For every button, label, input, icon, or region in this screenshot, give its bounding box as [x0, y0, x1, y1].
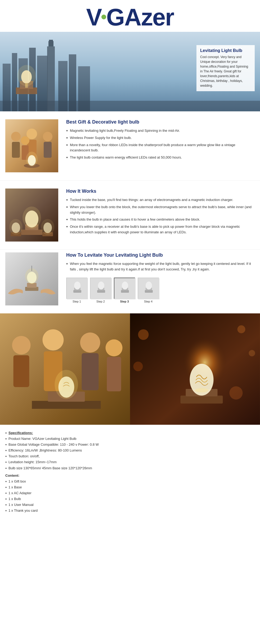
full-photo-row: [0, 313, 260, 425]
svg-point-86: [195, 388, 208, 392]
svg-point-58: [122, 282, 128, 290]
how-it-works-bullet-item: Tucked inside the base, you'll find two …: [66, 197, 255, 203]
svg-rect-7: [48, 41, 53, 46]
specs-container: Product Name: VGAzer Levitating Light Bu…: [5, 436, 255, 514]
gift-section-title: Best Gift & Decorative light bulb: [66, 119, 255, 125]
step-thumbnail-2: [90, 278, 111, 299]
how-it-works-content: How It Works Tucked inside the base, you…: [66, 189, 255, 237]
svg-rect-48: [73, 290, 81, 293]
step-thumbnail-3: [114, 278, 135, 299]
gift-bullet-item: Wireless Power Supply for the light bulb…: [66, 135, 255, 141]
step-label-1: Step 1: [73, 300, 81, 303]
gift-bullet-item: The light bulb contains warm energy effi…: [66, 155, 255, 160]
how-it-works-image: [5, 189, 58, 242]
svg-point-66: [43, 329, 64, 351]
section-gift: Best Gift & Decorative light bulb Magnet…: [0, 111, 260, 181]
svg-rect-60: [145, 290, 153, 293]
content-item: 1 x User Manual: [5, 502, 255, 508]
hero-overlay-text: Cool concept. Very fancy and Unique deco…: [200, 55, 251, 88]
svg-point-70: [106, 339, 123, 356]
hero-overlay: Levitating Light Bulb Cool concept. Very…: [196, 45, 255, 91]
svg-point-40: [41, 219, 54, 235]
spec-item: Product Name: VGAzer Levitating Light Bu…: [5, 436, 255, 442]
svg-point-29: [26, 152, 38, 167]
logo-a2: A: [124, 4, 141, 30]
logo-zer: zer: [141, 4, 174, 30]
people-photo-svg: [0, 313, 130, 425]
logo-dot-container: [101, 4, 106, 30]
svg-point-25: [21, 136, 29, 145]
svg-rect-65: [14, 355, 29, 387]
gift-bullet-item: More than a novelty, four ribbon LEDs in…: [66, 142, 255, 154]
step-label-3: Step 3: [120, 300, 129, 303]
content-item: 1 x Thank you card: [5, 508, 255, 514]
logo-v: V: [86, 4, 101, 30]
spec-item: Levitation height: 15mm~17mm: [5, 459, 255, 465]
gift-section-image: [5, 119, 58, 172]
svg-point-23: [43, 132, 52, 141]
specs-title: Specifications:: [8, 431, 33, 435]
svg-point-84: [133, 362, 143, 371]
section-how-it-works: How It Works Tucked inside the base, you…: [0, 181, 260, 250]
gift-bullet-item: Magnetic levitating light bulb,Freely Fl…: [66, 128, 255, 134]
svg-point-17: [17, 65, 36, 86]
step-item: Step 2: [90, 278, 111, 303]
svg-rect-6: [49, 40, 53, 41]
how-it-works-bullet-item: This holds the bulb in place and causes …: [66, 217, 255, 222]
how-it-works-bullet-item: When you lower the bulb onto the block, …: [66, 204, 255, 216]
gift-section-content: Best Gift & Decorative light bulb Magnet…: [66, 119, 255, 162]
svg-point-82: [237, 325, 245, 333]
content-item: 1 x Base: [5, 484, 255, 490]
how-it-works-title: How It Works: [66, 189, 255, 194]
spec-item: Efficiency: 16Lm/W ,Brightness: 80-100 L…: [5, 448, 255, 453]
levitate-image: [5, 252, 58, 305]
logo-accent-dot: [101, 15, 106, 19]
bulb-image-svg: [5, 189, 58, 242]
levitate-bullets: When you feel the magnetic force support…: [66, 261, 255, 272]
gift-bullets-list: Magnetic levitating light bulb,Freely Fl…: [66, 128, 255, 160]
svg-point-81: [138, 329, 149, 340]
levitate-bullet-item: When you feel the magnetic force support…: [66, 261, 255, 272]
step-label-2: Step 2: [96, 300, 105, 303]
svg-point-54: [98, 282, 104, 290]
how-it-works-bullets: Tucked inside the base, you'll find two …: [66, 197, 255, 235]
levitate-title: How To Levitate Your Levitating Light Bu…: [66, 252, 255, 258]
svg-point-19: [11, 132, 21, 141]
hero-banner: Levitating Light Bulb Cool concept. Very…: [0, 32, 260, 111]
content-item: 1 x AC Adapter: [5, 490, 255, 496]
hero-overlay-title: Levitating Light Bulb: [200, 48, 251, 53]
svg-point-83: [249, 350, 255, 356]
step-label-4: Step 4: [144, 300, 153, 303]
step-item: Step 3: [114, 278, 135, 303]
svg-point-64: [12, 336, 31, 354]
svg-rect-31: [21, 230, 42, 235]
svg-point-75: [55, 370, 78, 399]
levitate-row: How To Levitate Your Levitating Light Bu…: [5, 252, 255, 305]
svg-rect-20: [12, 142, 20, 158]
spec-item: Bulb size 130*65mm/ 45mm Base size 120*1…: [5, 465, 255, 471]
logo-ga: G: [106, 4, 124, 30]
step-thumbnail-1: [66, 278, 87, 299]
content-item: 1 x Gift box: [5, 479, 255, 484]
svg-rect-71: [107, 357, 121, 391]
specs-section: Specifications: Product Name: VGAzer Lev…: [0, 425, 260, 522]
svg-rect-12: [0, 101, 260, 111]
photo-people-left: [0, 313, 130, 425]
svg-rect-56: [121, 290, 129, 293]
section-levitate: How To Levitate Your Levitating Light Bu…: [0, 250, 260, 313]
svg-point-68: [80, 332, 100, 353]
svg-rect-69: [82, 353, 99, 390]
levitate-content: How To Levitate Your Levitating Light Bu…: [66, 252, 255, 303]
people-image-svg: [5, 119, 58, 172]
svg-point-62: [146, 282, 152, 290]
step-item: Step 1: [66, 278, 87, 303]
svg-point-39: [9, 219, 23, 235]
specs-list: Specifications:: [5, 430, 255, 436]
photo-bulb-right: [130, 313, 260, 425]
svg-rect-52: [97, 290, 105, 293]
step-thumbnail-4: [138, 278, 159, 299]
svg-rect-78: [181, 396, 223, 404]
how-it-works-bullet-item: Once it's within range, a receiver at th…: [66, 224, 255, 235]
specs-items-list: Product Name: VGAzer Levitating Light Bu…: [5, 436, 255, 471]
step-item: Step 4: [138, 278, 159, 303]
